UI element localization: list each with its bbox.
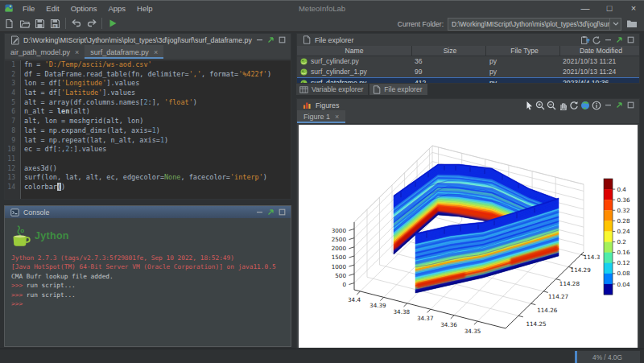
console-output[interactable]: Jython Jython 2.7.3 (tags/v2.7.3:5f29801… — [5, 218, 291, 346]
menu-help[interactable]: Help — [131, 4, 159, 13]
icon — [256, 208, 263, 216]
file-explorer-maximize-icon[interactable] — [625, 35, 636, 46]
colorbar-band — [604, 189, 613, 200]
file-size: 99 — [412, 67, 486, 77]
menu-edit[interactable]: Edit — [40, 4, 64, 13]
code-line: 2df = DataFrame.read_table(fn, delimiter… — [5, 70, 291, 80]
menu-file[interactable]: File — [17, 4, 40, 13]
line-number: 3 — [5, 79, 21, 89]
figures-tool-pan[interactable] — [557, 100, 568, 111]
redo-button[interactable] — [84, 16, 99, 31]
close-icon[interactable]: × — [154, 48, 158, 56]
window-maximize-button[interactable]: □ — [604, 1, 615, 16]
tab-file-explorer[interactable]: File explorer — [369, 84, 427, 95]
browse-folder-button[interactable] — [626, 19, 638, 28]
icon — [303, 35, 311, 44]
current-folder-combobox[interactable]: D:\Working\MIScript\Jython\mis\plot_type… — [448, 18, 621, 31]
column-header-name[interactable]: Name — [297, 46, 412, 56]
menu-options[interactable]: Options — [65, 4, 103, 13]
figures-minimize-icon[interactable] — [602, 100, 613, 111]
figure-plot[interactable]: 05001000150020002500300034.434.3934.3834… — [299, 125, 638, 348]
figures-tool-info[interactable] — [591, 100, 602, 111]
icon — [569, 101, 579, 110]
figures-title: Figures — [316, 101, 523, 109]
editor-tab-air-path-model[interactable]: air_path_model.py × — [5, 45, 85, 59]
jython-cup-icon — [10, 223, 34, 249]
column-header-filetype[interactable]: File Type — [486, 46, 560, 56]
code-editor[interactable]: 1fn = 'D:/Temp/ascii/ws-aod.csv'2df = Da… — [5, 60, 291, 199]
code-text: lat = np.expand_dims(lat, axis=1) — [21, 126, 160, 136]
new-script-button[interactable] — [2, 16, 17, 31]
chevron-down-icon[interactable] — [609, 19, 621, 30]
editor-minimize-icon[interactable] — [254, 35, 265, 46]
console-segment: >>> — [11, 300, 23, 307]
icon — [626, 19, 638, 28]
console-maximize-icon[interactable] — [276, 207, 287, 218]
file-row[interactable]: surf_dataframe.py412py2023/4/4 10:36 — [297, 77, 639, 84]
menu-apps[interactable]: Apps — [102, 4, 131, 13]
colorbar-band — [604, 242, 613, 253]
code-line: 14colorbar() — [5, 183, 291, 192]
open-file-button[interactable] — [17, 16, 32, 31]
editor-maximize-icon[interactable] — [276, 35, 287, 46]
tab-label: air_path_model.py — [10, 48, 70, 56]
icon — [19, 19, 31, 29]
icon — [10, 223, 34, 249]
run-script-button[interactable] — [105, 16, 120, 31]
icon — [616, 36, 623, 43]
console-minimize-icon[interactable] — [254, 207, 265, 218]
close-icon[interactable]: × — [75, 48, 79, 56]
code-segment: fn = — [24, 60, 45, 68]
window-minimize-button[interactable]: — — [580, 1, 591, 16]
figures-tool-globe[interactable] — [580, 100, 591, 111]
console-float-icon[interactable] — [265, 207, 276, 218]
code-text: lat = df['Latitude'].values — [21, 89, 135, 98]
save-button[interactable] — [32, 16, 47, 31]
code-segment: (alt) — [69, 107, 90, 115]
editor-tab-surf-dataframe[interactable]: surf_dataframe.py × — [85, 45, 163, 59]
window-close-button[interactable]: × — [628, 1, 639, 16]
colorbar-tick-label: 0.28 — [617, 217, 630, 225]
figures-tool-pointer[interactable] — [523, 100, 535, 111]
tab-figure-1[interactable]: Figure 1 × — [297, 110, 345, 123]
x-tick-label: 34.39 — [369, 302, 386, 309]
refresh-icon[interactable] — [591, 35, 602, 46]
code-segment: ) — [267, 70, 271, 78]
line-number: 2 — [5, 70, 21, 80]
figures-tool-zoom-out[interactable] — [546, 100, 557, 111]
file-explorer-float-icon[interactable] — [613, 35, 625, 46]
file-table-header: Name Size File Type Date Modified — [297, 46, 639, 56]
editor-float-icon[interactable] — [265, 35, 276, 46]
undo-button[interactable] — [68, 16, 84, 31]
icon — [279, 36, 286, 43]
y-tick-label: 114.29 — [571, 266, 592, 274]
page-icon — [373, 85, 381, 94]
z-tick-label: 1000 — [332, 263, 347, 270]
colorbar-tick-label: 0.24 — [617, 228, 630, 235]
figures-tool-zoom-in[interactable] — [535, 100, 546, 111]
tab-variable-explorer[interactable]: Variable explorer — [296, 84, 368, 95]
code-segment: None — [164, 173, 180, 181]
column-header-size[interactable]: Size — [412, 46, 486, 56]
file-row[interactable]: surf_cylinder.py36py2021/10/13 11:21 — [297, 56, 639, 67]
paste-path-icon[interactable] — [580, 35, 591, 46]
icon — [300, 68, 308, 76]
file-explorer-icon — [303, 35, 311, 44]
figures-maximize-icon[interactable] — [625, 100, 636, 111]
file-explorer-minimize-icon[interactable] — [602, 35, 613, 46]
save-as-button[interactable]: a — [47, 16, 63, 31]
edit-document-icon — [10, 35, 19, 45]
console-segment: >>> — [11, 282, 27, 289]
figures-tool-rotate[interactable] — [568, 100, 580, 111]
code-segment: ) — [263, 173, 267, 181]
figure-canvas[interactable]: 05001000150020002500300034.434.3934.3834… — [299, 125, 638, 348]
figures-float-icon[interactable] — [613, 100, 625, 111]
file-explorer-title-bar: File explorer — [297, 34, 639, 46]
console-segment: >>> — [11, 291, 27, 299]
title-bar: FileEditOptionsAppsHelp MeteoInfoLab — □… — [0, 0, 644, 15]
colorbar-tick-label: 0.04 — [617, 281, 630, 288]
file-row[interactable]: surf_cylinder_1.py99py2021/10/13 11:24 — [297, 67, 639, 77]
column-header-date[interactable]: Date Modified — [560, 46, 639, 56]
close-icon[interactable]: × — [335, 113, 339, 121]
x-tick-label: 34.36 — [440, 321, 457, 328]
